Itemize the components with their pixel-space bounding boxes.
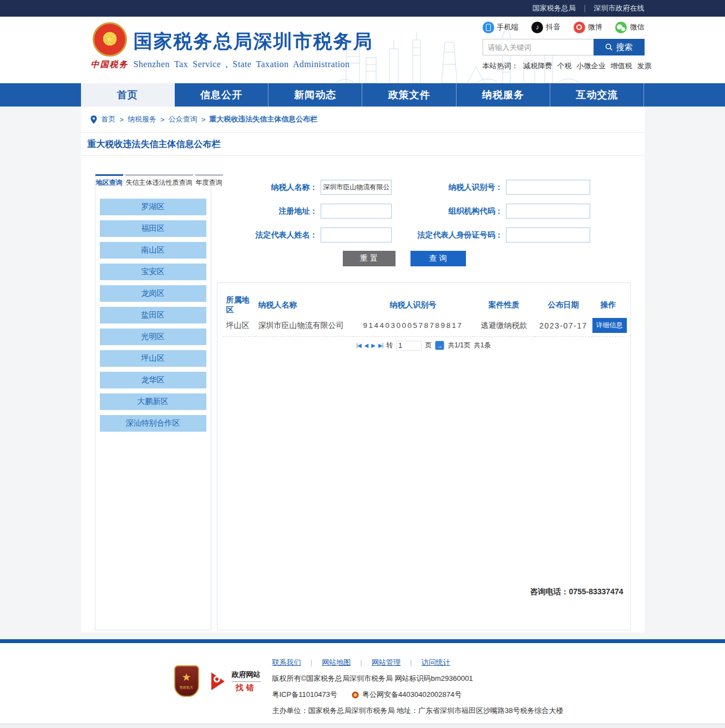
topbar-link[interactable]: 国家税务总局: [533, 3, 576, 13]
nav-item[interactable]: 互动交流: [550, 83, 644, 107]
footer-link[interactable]: 网站管理: [372, 658, 400, 668]
registered-address-input[interactable]: [321, 204, 392, 219]
table-header-cell: 操作: [592, 295, 625, 315]
legal-rep-id-input[interactable]: [506, 228, 590, 242]
district-button[interactable]: 罗湖区: [100, 199, 206, 215]
form-field-legal-rep-id: 法定代表人身份证号码：: [424, 228, 631, 242]
district-button[interactable]: 坪山区: [100, 350, 206, 367]
search-button-label: 搜索: [616, 42, 633, 53]
taxpayer-name-input[interactable]: [321, 180, 392, 195]
main-nav: 首页信息公开新闻动态政策文件纳税服务互动交流: [0, 83, 725, 107]
nav-item[interactable]: 政策文件: [362, 83, 456, 107]
table-cell: 逃避缴纳税款: [474, 315, 535, 336]
sidebar-tab-violation-type-query[interactable]: 失信主体违法性质查询: [125, 174, 193, 192]
nav-items: 首页信息公开新闻动态政策文件纳税服务互动交流: [81, 83, 645, 107]
nav-item[interactable]: 首页: [81, 83, 175, 107]
gov-site-error-badge[interactable]: 政府网站 找错: [211, 670, 261, 693]
district-button[interactable]: 宝安区: [100, 264, 206, 280]
location-pin-icon: [90, 115, 98, 124]
table-cell: 坪山区: [223, 315, 255, 336]
sidebar: 地区查询失信主体违法性质查询年度查询 罗湖区福田区南山区宝安区龙岗区盐田区光明区…: [95, 174, 211, 630]
legal-rep-id-label: 法定代表人身份证号码：: [418, 230, 503, 240]
district-button[interactable]: 光明区: [100, 328, 206, 345]
nav-item[interactable]: 新闻动态: [268, 83, 362, 107]
social-links: 手机端♪抖音微博微信: [483, 21, 645, 34]
total-summary: 共1条: [474, 341, 491, 350]
last-page-icon[interactable]: ▶|: [378, 342, 383, 348]
pagination: |◀ ◀ ▶ ▶| 转 页 → 共1/1页 共1条: [223, 341, 625, 351]
district-button[interactable]: 大鹏新区: [100, 393, 206, 410]
site-title: 国家税务总局深圳市税务局: [134, 29, 373, 54]
hotword-link[interactable]: 增值税: [611, 61, 632, 71]
logo-caption: 中国税务: [88, 59, 132, 70]
social-label: 微博: [588, 22, 602, 32]
police-badge-icon: [352, 691, 359, 699]
results-table: 所属地区纳税人名称纳税人识别号案件性质公布日期操作 坪山区深圳市臣山物流有限公司…: [223, 295, 625, 337]
nav-item[interactable]: 信息公开: [175, 83, 268, 107]
query-button[interactable]: 查 询: [410, 251, 466, 266]
content-area: 首页>纳税服务>公众查询>重大税收违法失信主体信息公布栏 重大税收违法失信主体信…: [81, 107, 645, 633]
sidebar-tab-region-query[interactable]: 地区查询: [95, 174, 123, 192]
district-button[interactable]: 深汕特别合作区: [100, 415, 206, 432]
form-field-org-code: 组织机构代码：: [424, 204, 631, 219]
breadcrumb: 首页>纳税服务>公众查询>重大税收违法失信主体信息公布栏: [81, 107, 645, 133]
find-error-icon: [211, 671, 228, 691]
footer-link[interactable]: 联系我们: [272, 658, 301, 668]
hotword-link[interactable]: 个税: [557, 61, 572, 71]
party-gov-badge[interactable]: ★ 党政机关: [174, 665, 199, 697]
search-button[interactable]: 搜索: [594, 39, 645, 55]
table-header-cell: 公布日期: [535, 295, 592, 315]
district-button[interactable]: 南山区: [100, 242, 206, 259]
breadcrumb-item[interactable]: 公众查询: [169, 114, 197, 124]
hotword-link[interactable]: 小微企业: [577, 61, 606, 71]
footer-links: 联系我们｜网站地图｜网站管理｜访问统计: [272, 658, 564, 668]
nav-item[interactable]: 纳税服务: [457, 83, 550, 107]
site-header: ★ 中国税务 国家税务总局深圳市税务局 Shenzhen Tax Service…: [0, 17, 725, 83]
hotword-link[interactable]: 发票: [637, 61, 652, 71]
social-item-weibo[interactable]: 微博: [574, 22, 602, 33]
search-input[interactable]: [483, 39, 594, 55]
footer-link-separator: ｜: [408, 658, 414, 668]
emblem-star-icon: ★: [104, 33, 115, 46]
pages-summary: 共1/1页: [448, 341, 470, 350]
footer-link-separator: ｜: [308, 658, 315, 668]
go-page-button[interactable]: →: [435, 341, 444, 350]
social-item-mobile[interactable]: 手机端: [483, 22, 519, 33]
detail-info-button[interactable]: 详细信息: [592, 318, 627, 333]
weibo-icon: [574, 22, 585, 33]
hotword-link[interactable]: 减税降费: [524, 61, 552, 71]
breadcrumb-item: 重大税收违法失信主体信息公布栏: [209, 114, 317, 124]
reset-button[interactable]: 重 置: [343, 251, 396, 266]
taxpayer-id-input[interactable]: [506, 180, 590, 195]
query-panel: 纳税人名称：纳税人识别号：注册地址：组织机构代码：法定代表人姓名：法定代表人身份…: [217, 174, 631, 630]
table-header-cell: 案件性质: [474, 295, 535, 315]
table-cell: 深圳市臣山物流有限公司: [255, 315, 353, 336]
page-number-input[interactable]: [396, 341, 422, 351]
footer-accent-strip: [0, 639, 725, 643]
topbar-links: 国家税务总局｜深圳市政府在线: [81, 0, 645, 17]
next-page-icon[interactable]: ▶: [371, 342, 375, 348]
table-cell: 2023-07-17: [535, 315, 592, 336]
jump-prefix-label: 转: [386, 341, 393, 350]
org-code-input[interactable]: [506, 204, 590, 219]
district-button[interactable]: 福田区: [100, 220, 206, 237]
district-button[interactable]: 龙华区: [100, 372, 206, 388]
district-button[interactable]: 龙岗区: [100, 285, 206, 302]
find-error-label: 找错: [232, 681, 261, 693]
legal-rep-name-input[interactable]: [321, 228, 392, 242]
first-page-icon[interactable]: |◀: [356, 342, 361, 348]
topbar-link[interactable]: 深圳市政府在线: [594, 3, 645, 13]
prev-page-icon[interactable]: ◀: [364, 342, 368, 348]
social-item-wechat[interactable]: 微信: [615, 22, 644, 33]
site-subtitle: Shenzhen Tax Service , State Taxation Ad…: [134, 59, 373, 69]
breadcrumb-item[interactable]: 纳税服务: [128, 114, 156, 124]
breadcrumb-item[interactable]: 首页: [102, 114, 116, 124]
mobile-icon: [483, 22, 494, 33]
footer-link[interactable]: 访问统计: [422, 658, 450, 668]
breadcrumb-separator: >: [120, 115, 124, 124]
social-item-douyin[interactable]: ♪抖音: [531, 22, 560, 33]
footer-link[interactable]: 网站地图: [322, 658, 351, 668]
district-list: 罗湖区福田区南山区宝安区龙岗区盐田区光明区坪山区龙华区大鹏新区深汕特别合作区: [95, 199, 211, 432]
douyin-icon: ♪: [531, 22, 543, 33]
district-button[interactable]: 盐田区: [100, 307, 206, 323]
